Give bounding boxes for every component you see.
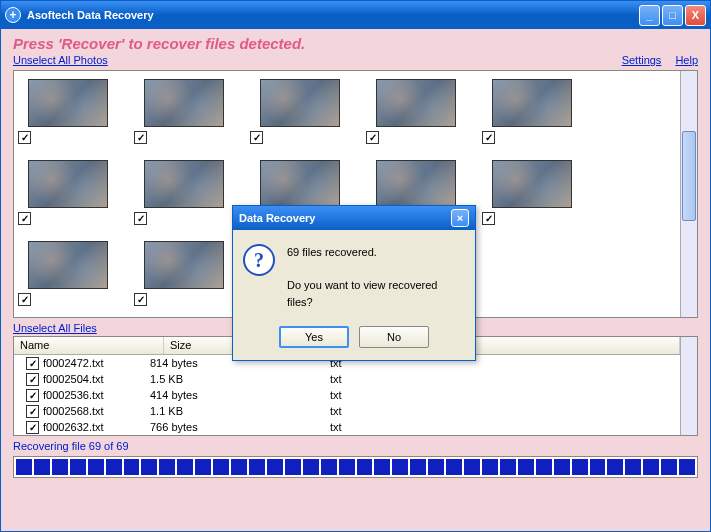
photo-checkbox[interactable]: [18, 212, 31, 225]
file-name: f0002472.txt: [43, 357, 104, 369]
progress-segment: [321, 459, 337, 475]
photo-checkbox[interactable]: [134, 131, 147, 144]
photo-item[interactable]: [134, 160, 226, 225]
unselect-all-photos-link[interactable]: Unselect All Photos: [13, 54, 108, 66]
photo-thumbnail[interactable]: [28, 79, 108, 127]
settings-link[interactable]: Settings: [622, 54, 662, 66]
progress-segment: [482, 459, 498, 475]
file-name: f0002504.txt: [43, 373, 104, 385]
progress-segment: [446, 459, 462, 475]
photo-item[interactable]: [250, 79, 342, 144]
table-row[interactable]: f0002632.txt766 bytestxt: [14, 419, 680, 435]
dialog-close-button[interactable]: ×: [451, 209, 469, 227]
file-size: 414 bytes: [144, 389, 324, 401]
photo-thumbnail[interactable]: [376, 160, 456, 208]
photo-thumbnail[interactable]: [144, 160, 224, 208]
table-row[interactable]: f0002568.txt1.1 KBtxt: [14, 403, 680, 419]
progress-segment: [607, 459, 623, 475]
photo-item[interactable]: [18, 79, 110, 144]
progress-segment: [410, 459, 426, 475]
photo-item[interactable]: [18, 160, 110, 225]
photo-item[interactable]: [134, 79, 226, 144]
progress-segment: [141, 459, 157, 475]
dialog-title: Data Recovery: [239, 212, 315, 224]
file-checkbox[interactable]: [26, 357, 39, 370]
file-checkbox[interactable]: [26, 421, 39, 434]
help-link[interactable]: Help: [675, 54, 698, 66]
file-checkbox[interactable]: [26, 373, 39, 386]
question-icon: ?: [243, 244, 275, 276]
maximize-button[interactable]: □: [662, 5, 683, 26]
no-button[interactable]: No: [359, 326, 429, 348]
window-controls: _ □ X: [639, 5, 706, 26]
progress-bar: [13, 456, 698, 478]
file-name: f0002536.txt: [43, 389, 104, 401]
photo-checkbox[interactable]: [482, 212, 495, 225]
progress-segment: [643, 459, 659, 475]
dialog-line2: Do you want to view recovered files?: [287, 277, 465, 310]
progress-segment: [392, 459, 408, 475]
file-scrollbar[interactable]: [680, 337, 697, 435]
progress-segment: [70, 459, 86, 475]
file-size: 1.1 KB: [144, 405, 324, 417]
photo-checkbox[interactable]: [134, 212, 147, 225]
app-icon: +: [5, 7, 21, 23]
progress-segment: [159, 459, 175, 475]
photo-thumbnail[interactable]: [376, 79, 456, 127]
progress-segment: [428, 459, 444, 475]
unselect-all-files-link[interactable]: Unselect All Files: [13, 322, 97, 334]
scrollbar-thumb[interactable]: [682, 131, 696, 221]
photo-thumbnail[interactable]: [260, 160, 340, 208]
photo-thumbnail[interactable]: [144, 79, 224, 127]
progress-segment: [177, 459, 193, 475]
progress-segment: [464, 459, 480, 475]
photo-thumbnail[interactable]: [492, 160, 572, 208]
file-name: f0002632.txt: [43, 421, 104, 433]
titlebar: + Asoftech Data Recovery _ □ X: [1, 1, 710, 29]
file-size: 1.5 KB: [144, 373, 324, 385]
photo-item[interactable]: [366, 79, 458, 144]
photo-thumbnail[interactable]: [144, 241, 224, 289]
progress-segment: [339, 459, 355, 475]
photo-item[interactable]: [18, 241, 110, 306]
photo-checkbox[interactable]: [18, 131, 31, 144]
photo-item[interactable]: [482, 160, 574, 225]
photo-checkbox[interactable]: [482, 131, 495, 144]
photo-item[interactable]: [482, 79, 574, 144]
photo-thumbnail[interactable]: [492, 79, 572, 127]
table-row[interactable]: f0002504.txt1.5 KBtxt: [14, 371, 680, 387]
progress-segment: [285, 459, 301, 475]
file-ext: txt: [324, 373, 680, 385]
photo-checkbox[interactable]: [366, 131, 379, 144]
photo-checkbox[interactable]: [18, 293, 31, 306]
progress-segment: [213, 459, 229, 475]
progress-segment: [52, 459, 68, 475]
progress-segment: [536, 459, 552, 475]
photo-thumbnail[interactable]: [28, 241, 108, 289]
table-row[interactable]: f0002536.txt414 bytestxt: [14, 387, 680, 403]
photo-item[interactable]: [134, 241, 226, 306]
close-button[interactable]: X: [685, 5, 706, 26]
progress-segment: [267, 459, 283, 475]
file-ext: txt: [324, 405, 680, 417]
progress-segment: [16, 459, 32, 475]
file-checkbox[interactable]: [26, 405, 39, 418]
photo-thumbnail[interactable]: [28, 160, 108, 208]
photo-checkbox[interactable]: [250, 131, 263, 144]
progress-segment: [374, 459, 390, 475]
dialog-line1: 69 files recovered.: [287, 244, 465, 261]
photo-checkbox[interactable]: [134, 293, 147, 306]
file-size: 766 bytes: [144, 421, 324, 433]
file-checkbox[interactable]: [26, 389, 39, 402]
photo-thumbnail[interactable]: [260, 79, 340, 127]
progress-segment: [124, 459, 140, 475]
dialog-titlebar: Data Recovery ×: [233, 206, 475, 230]
progress-segment: [625, 459, 641, 475]
header-name[interactable]: Name: [14, 337, 164, 354]
close-icon: ×: [457, 212, 463, 224]
progress-segment: [590, 459, 606, 475]
minimize-button[interactable]: _: [639, 5, 660, 26]
progress-segment: [357, 459, 373, 475]
yes-button[interactable]: Yes: [279, 326, 349, 348]
photo-scrollbar[interactable]: [680, 71, 697, 317]
